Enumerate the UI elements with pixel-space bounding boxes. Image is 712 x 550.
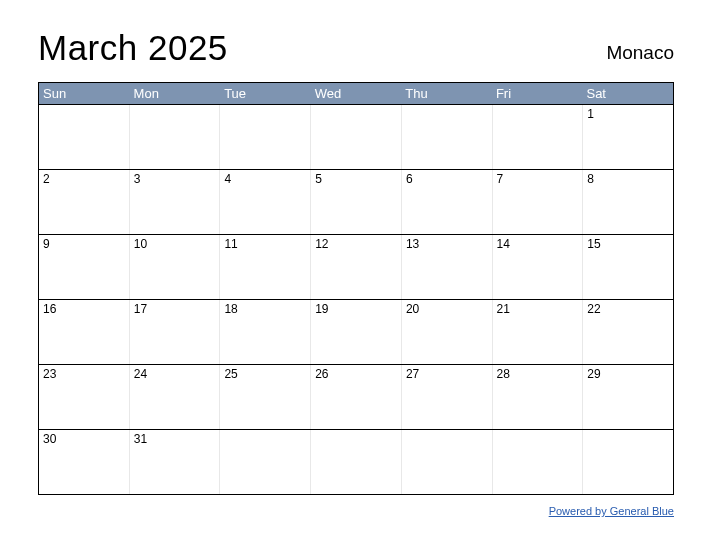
day-cell: 28 (493, 365, 584, 429)
week-row: 30 31 (39, 429, 673, 494)
day-cell: 17 (130, 300, 221, 364)
dow-mon: Mon (130, 83, 221, 104)
day-cell: 24 (130, 365, 221, 429)
day-cell: 2 (39, 170, 130, 234)
day-cell: 19 (311, 300, 402, 364)
day-cell: 25 (220, 365, 311, 429)
dow-fri: Fri (492, 83, 583, 104)
day-cell: 31 (130, 430, 221, 494)
day-cell (493, 105, 584, 169)
day-cell: 12 (311, 235, 402, 299)
day-cell (220, 430, 311, 494)
day-cell: 23 (39, 365, 130, 429)
day-cell: 4 (220, 170, 311, 234)
dow-sun: Sun (39, 83, 130, 104)
day-cell: 13 (402, 235, 493, 299)
day-cell: 8 (583, 170, 673, 234)
dow-thu: Thu (401, 83, 492, 104)
powered-by-link[interactable]: Powered by General Blue (549, 505, 674, 517)
dow-sat: Sat (582, 83, 673, 104)
day-cell: 11 (220, 235, 311, 299)
day-cell (402, 105, 493, 169)
day-cell (583, 430, 673, 494)
week-row: 9 10 11 12 13 14 15 (39, 234, 673, 299)
day-cell: 26 (311, 365, 402, 429)
day-cell: 7 (493, 170, 584, 234)
day-cell: 29 (583, 365, 673, 429)
day-cell: 1 (583, 105, 673, 169)
calendar-header: March 2025 Monaco (38, 28, 674, 68)
day-cell (493, 430, 584, 494)
day-cell (220, 105, 311, 169)
region-label: Monaco (606, 42, 674, 68)
day-cell (311, 105, 402, 169)
day-cell: 27 (402, 365, 493, 429)
week-row: 1 (39, 104, 673, 169)
day-cell: 14 (493, 235, 584, 299)
day-cell (39, 105, 130, 169)
dow-tue: Tue (220, 83, 311, 104)
day-cell: 18 (220, 300, 311, 364)
month-year-title: March 2025 (38, 28, 228, 68)
day-cell: 20 (402, 300, 493, 364)
day-cell: 21 (493, 300, 584, 364)
day-cell (130, 105, 221, 169)
day-cell: 6 (402, 170, 493, 234)
week-row: 23 24 25 26 27 28 29 (39, 364, 673, 429)
day-cell: 3 (130, 170, 221, 234)
day-cell: 9 (39, 235, 130, 299)
day-of-week-row: Sun Mon Tue Wed Thu Fri Sat (39, 83, 673, 104)
day-cell (311, 430, 402, 494)
day-cell: 22 (583, 300, 673, 364)
day-cell: 5 (311, 170, 402, 234)
calendar-grid: Sun Mon Tue Wed Thu Fri Sat 1 2 3 4 5 6 … (38, 82, 674, 495)
footer: Powered by General Blue (38, 501, 674, 519)
day-cell: 16 (39, 300, 130, 364)
day-cell: 30 (39, 430, 130, 494)
day-cell: 10 (130, 235, 221, 299)
dow-wed: Wed (311, 83, 402, 104)
day-cell: 15 (583, 235, 673, 299)
week-row: 16 17 18 19 20 21 22 (39, 299, 673, 364)
day-cell (402, 430, 493, 494)
week-row: 2 3 4 5 6 7 8 (39, 169, 673, 234)
